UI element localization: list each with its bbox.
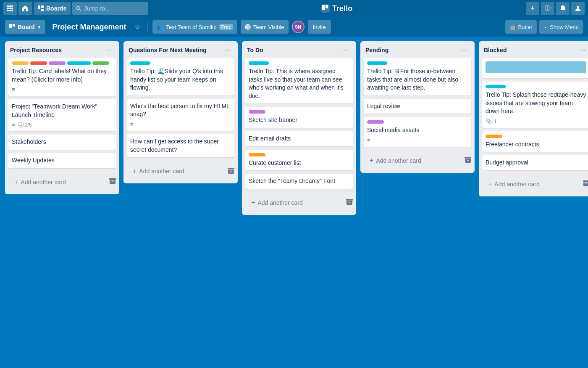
list-project-resources: Project Resources···Trello Tip: Card lab… xyxy=(5,41,119,194)
board-view-button[interactable]: Board ▼ xyxy=(5,20,45,34)
card-labels xyxy=(12,61,113,65)
add-card-button[interactable]: +Add another card xyxy=(484,177,581,191)
card[interactable]: Trello Tip: Card labels! What do they me… xyxy=(8,58,116,96)
list-pending: Pending···Trello Tip: 🖥For those in-betw… xyxy=(360,41,475,173)
svg-rect-19 xyxy=(13,24,15,26)
search-input[interactable] xyxy=(84,5,139,12)
team-visible-button[interactable]: Team Visible xyxy=(241,20,288,34)
board-btn-label: Board xyxy=(18,24,34,30)
card[interactable]: Freelancer contracts xyxy=(482,131,588,152)
star-button[interactable]: ☆ xyxy=(133,21,142,33)
add-card-button[interactable]: +Add another card xyxy=(10,175,108,189)
card-text: Trello Tip: 🌊Slide your Q's into this ha… xyxy=(130,67,231,92)
list-questions-for-next-meeting: Questions For Next Meeting···Trello Tip:… xyxy=(123,41,238,183)
svg-line-13 xyxy=(80,10,81,11)
info-button[interactable]: ⓘ xyxy=(541,2,554,15)
description-icon: ≡ xyxy=(12,122,15,128)
list-cards: Trello Tip: 🌊Slide your Q's into this ha… xyxy=(123,58,238,161)
card-text: Budget approval xyxy=(486,159,586,167)
add-card-label: Add another card xyxy=(257,199,302,206)
card[interactable]: Weekly Updates xyxy=(8,153,116,168)
list-menu-button[interactable]: ··· xyxy=(104,45,114,55)
header-right: 🤖 Butler ··· Show Menu xyxy=(505,20,583,34)
label-orange xyxy=(249,153,265,156)
archive-button[interactable] xyxy=(109,178,116,185)
add-button[interactable]: + xyxy=(526,2,539,15)
card[interactable]: Project "Teamwork Dream Work" Launch Tim… xyxy=(8,99,116,131)
label-cyan xyxy=(486,85,506,88)
notification-button[interactable] xyxy=(556,2,570,15)
list-menu-button[interactable]: ··· xyxy=(459,45,470,55)
card[interactable] xyxy=(482,58,588,78)
card[interactable]: Curate customer list xyxy=(245,150,353,171)
card[interactable]: Budget approval xyxy=(482,155,588,170)
home-button[interactable] xyxy=(18,2,32,15)
show-menu-button[interactable]: ··· Show Menu xyxy=(539,20,583,34)
add-card-button[interactable]: +Add another card xyxy=(365,154,463,168)
card-labels xyxy=(486,135,586,138)
add-card-button[interactable]: +Add another card xyxy=(129,164,226,178)
app-grid-button[interactable] xyxy=(3,2,17,15)
list-header-pending: Pending··· xyxy=(360,41,475,58)
label-purple xyxy=(49,61,66,65)
invite-button[interactable]: Invite xyxy=(308,20,331,34)
add-card-label: Add another card xyxy=(139,168,184,175)
card[interactable]: Trello Tip: Splash those redtape-heavy i… xyxy=(482,82,588,128)
card-text: Social media assets xyxy=(367,126,468,135)
svg-rect-15 xyxy=(322,5,325,10)
checklist-badge: 0/6 xyxy=(18,122,32,128)
archive-button[interactable] xyxy=(228,168,234,175)
archive-button[interactable] xyxy=(583,180,588,188)
card[interactable]: Legal review xyxy=(364,99,471,114)
card-labels xyxy=(367,120,468,124)
label-teal xyxy=(67,61,91,65)
svg-rect-5 xyxy=(11,8,13,9)
card[interactable]: Sketch site banner xyxy=(245,107,353,128)
avatar[interactable]: SN xyxy=(292,21,304,33)
account-button[interactable] xyxy=(571,2,585,15)
list-cards: Trello Tip: Card labels! What do they me… xyxy=(5,58,119,172)
add-card-button[interactable]: +Add another card xyxy=(247,196,344,210)
card-text: Project "Teamwork Dream Work" Launch Tim… xyxy=(12,103,113,119)
description-icon: ≡ xyxy=(367,137,370,143)
card-text: Freelancer contracts xyxy=(486,140,586,149)
search-bar[interactable] xyxy=(72,2,148,15)
list-header-blocked: Blocked··· xyxy=(479,41,588,58)
list-cards: Trello Tip: This is where assigned tasks… xyxy=(242,58,356,192)
label-orange xyxy=(486,135,502,138)
nav-center: Trello xyxy=(150,4,524,13)
list-menu-button[interactable]: ··· xyxy=(222,45,233,55)
card[interactable]: Trello Tip: This is where assigned tasks… xyxy=(245,58,353,103)
board-title[interactable]: Project Management xyxy=(49,21,129,33)
card[interactable]: How can I get access to the super secret… xyxy=(127,134,234,157)
card-text: Trello Tip: This is where assigned tasks… xyxy=(249,67,349,100)
team-visible-label: Team Visible xyxy=(253,24,284,30)
svg-rect-11 xyxy=(41,9,44,11)
list-cards: Trello Tip: 🖥For those in-between tasks … xyxy=(360,58,475,150)
team-icon: 👥 xyxy=(157,24,163,30)
attachment-badge: 📎 1 xyxy=(486,118,497,124)
svg-point-17 xyxy=(577,6,579,8)
plus-icon: + xyxy=(251,199,255,207)
list-menu-button[interactable]: ··· xyxy=(578,45,588,55)
label-purple xyxy=(367,120,384,124)
boards-button[interactable]: Boards xyxy=(34,2,71,15)
card[interactable]: Social media assets≡ xyxy=(364,117,471,147)
butler-button[interactable]: 🤖 Butler xyxy=(505,20,537,34)
svg-rect-9 xyxy=(38,5,40,9)
board-content: Project Resources···Trello Tip: Card lab… xyxy=(0,37,588,368)
archive-button[interactable] xyxy=(465,157,471,164)
card[interactable]: Edit email drafts xyxy=(245,131,353,146)
card[interactable]: Trello Tip: 🖥For those in-between tasks … xyxy=(364,58,471,95)
team-badge-button[interactable]: 👥 Test Team of Sumiko Free xyxy=(152,20,237,34)
archive-button[interactable] xyxy=(346,199,353,206)
label-cyan xyxy=(249,61,269,65)
card[interactable]: Trello Tip: 🌊Slide your Q's into this ha… xyxy=(127,58,234,95)
label-purple xyxy=(249,110,265,114)
list-menu-button[interactable]: ··· xyxy=(341,45,351,55)
svg-rect-26 xyxy=(228,168,234,169)
card-footer: ≡ xyxy=(130,121,231,127)
card[interactable]: Stakeholders xyxy=(8,135,116,150)
card[interactable]: Sketch the "Teamy Dreamy" Font xyxy=(245,174,353,189)
card[interactable]: Who's the best person to fix my HTML sna… xyxy=(127,99,234,131)
